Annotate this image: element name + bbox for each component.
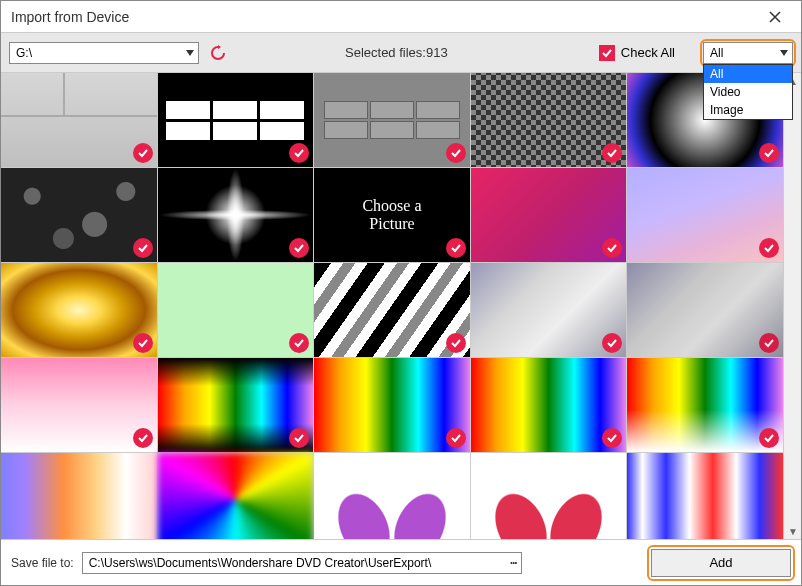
toolbar: G:\ Selected files:913 Check All All All… <box>1 33 801 73</box>
refresh-button[interactable] <box>207 42 229 64</box>
add-button[interactable]: Add <box>651 549 791 577</box>
thumbnail-item[interactable] <box>471 453 627 539</box>
thumbnail-item[interactable] <box>1 263 157 357</box>
selected-badge <box>446 333 466 353</box>
selected-badge <box>446 428 466 448</box>
thumbnail-item[interactable] <box>471 263 627 357</box>
checkmark-icon <box>607 338 617 348</box>
thumbnail-item[interactable] <box>158 453 314 539</box>
filter-option-video[interactable]: Video <box>704 83 792 101</box>
import-dialog: Import from Device G:\ Selected files:91… <box>0 0 802 586</box>
checkmark-icon <box>607 148 617 158</box>
thumbnail-item[interactable] <box>471 168 627 262</box>
save-path-input[interactable]: C:\Users\ws\Documents\Wondershare DVD Cr… <box>82 552 522 574</box>
checkmark-icon <box>294 338 304 348</box>
selected-badge <box>289 428 309 448</box>
thumbnail-item[interactable] <box>1 168 157 262</box>
thumbnail-item[interactable] <box>314 263 470 357</box>
refresh-icon <box>210 45 226 61</box>
checkmark-icon <box>764 148 774 158</box>
save-to-label: Save file to: <box>11 556 74 570</box>
selected-badge <box>289 333 309 353</box>
thumbnail-item[interactable] <box>314 73 470 167</box>
thumbnail-item[interactable] <box>627 263 783 357</box>
drive-value: G:\ <box>16 46 32 60</box>
selected-badge <box>602 428 622 448</box>
thumbnail-item[interactable] <box>1 453 157 539</box>
checkmark-icon <box>607 243 617 253</box>
scroll-down-button[interactable]: ▼ <box>784 523 801 539</box>
selected-count-label: Selected files:913 <box>345 45 448 60</box>
selected-badge <box>759 333 779 353</box>
selected-badge <box>602 238 622 258</box>
selected-badge <box>602 333 622 353</box>
checkmark-icon <box>294 243 304 253</box>
filter-dropdown-menu: All Video Image <box>703 64 793 120</box>
checkmark-icon <box>138 338 148 348</box>
filter-wrap: All All Video Image <box>703 42 793 64</box>
checkmark-icon <box>451 433 461 443</box>
selected-badge <box>133 428 153 448</box>
checkmark-icon <box>764 243 774 253</box>
checkmark-icon <box>451 338 461 348</box>
checkmark-icon <box>138 243 148 253</box>
selected-badge <box>289 238 309 258</box>
browse-button[interactable]: ··· <box>510 556 517 570</box>
drive-dropdown[interactable]: G:\ <box>9 42 199 64</box>
filter-value: All <box>710 46 723 60</box>
chevron-down-icon <box>186 50 194 56</box>
checkmark-icon <box>764 338 774 348</box>
check-all-toggle[interactable]: Check All <box>599 45 675 61</box>
filter-option-image[interactable]: Image <box>704 101 792 119</box>
selected-badge <box>446 238 466 258</box>
selected-badge <box>446 143 466 163</box>
checkmark-icon <box>294 148 304 158</box>
thumbnail-grid: Choose a Picture <box>1 73 783 539</box>
filter-option-all[interactable]: All <box>704 65 792 83</box>
selected-badge <box>133 333 153 353</box>
thumbnail-item[interactable] <box>158 263 314 357</box>
filter-dropdown[interactable]: All <box>703 42 793 64</box>
thumbnail-item[interactable] <box>314 453 470 539</box>
footer: Save file to: C:\Users\ws\Documents\Wond… <box>1 539 801 585</box>
thumbnail-item[interactable]: Choose a Picture <box>314 168 470 262</box>
selected-badge <box>759 238 779 258</box>
thumbnail-item[interactable] <box>158 73 314 167</box>
selected-badge <box>759 428 779 448</box>
thumbnail-item[interactable] <box>1 358 157 452</box>
thumbnail-item[interactable] <box>471 73 627 167</box>
thumbnail-item[interactable] <box>627 358 783 452</box>
close-button[interactable] <box>759 1 791 33</box>
thumbnail-item[interactable] <box>1 73 157 167</box>
check-all-checkbox <box>599 45 615 61</box>
add-button-wrap: Add <box>651 549 791 577</box>
selected-badge <box>133 238 153 258</box>
check-all-label: Check All <box>621 45 675 60</box>
checkmark-icon <box>451 148 461 158</box>
thumbnail-item[interactable] <box>314 358 470 452</box>
choose-picture-text: Choose a Picture <box>362 197 421 232</box>
thumbnail-item[interactable] <box>627 453 783 539</box>
selected-badge <box>602 143 622 163</box>
checkmark-icon <box>138 148 148 158</box>
thumbnail-item[interactable] <box>627 168 783 262</box>
checkmark-icon <box>294 433 304 443</box>
titlebar: Import from Device <box>1 1 801 33</box>
checkmark-icon <box>764 433 774 443</box>
selected-badge <box>133 143 153 163</box>
selected-badge <box>759 143 779 163</box>
vertical-scrollbar[interactable]: ▲ ▼ <box>783 73 801 539</box>
checkmark-icon <box>602 48 612 58</box>
thumbnail-item[interactable] <box>158 168 314 262</box>
thumbnail-area: Choose a Picture ▲ ▼ <box>1 73 801 539</box>
checkmark-icon <box>138 433 148 443</box>
close-icon <box>769 11 781 23</box>
save-path-value: C:\Users\ws\Documents\Wondershare DVD Cr… <box>89 556 432 570</box>
window-title: Import from Device <box>11 9 759 25</box>
checkmark-icon <box>607 433 617 443</box>
chevron-down-icon <box>780 50 788 56</box>
thumbnail-item[interactable] <box>471 358 627 452</box>
checkmark-icon <box>451 243 461 253</box>
selected-badge <box>289 143 309 163</box>
thumbnail-item[interactable] <box>158 358 314 452</box>
